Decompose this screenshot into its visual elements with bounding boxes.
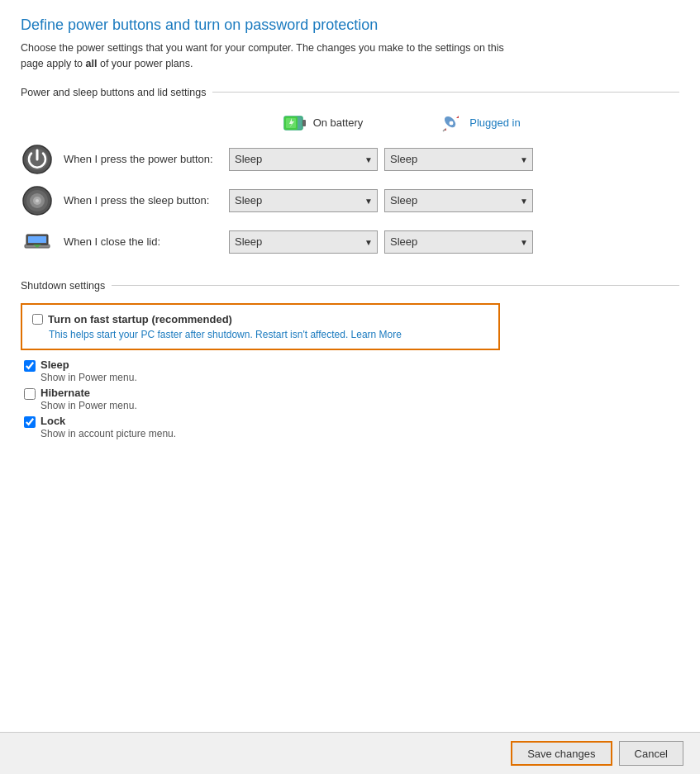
shutdown-section-header: Shutdown settings [21,280,679,292]
sleep-sub-label: Show in Power menu. [40,372,137,383]
battery-label: On battery [313,116,364,129]
hibernate-checkbox[interactable] [24,388,36,400]
battery-column-header: On battery [244,110,401,136]
plugged-column-header: Plugged in [401,110,558,136]
sleep-battery-dropdown[interactable]: Sleep Do nothing Hibernate Shut down Tur… [229,189,378,212]
fast-startup-desc-text: This helps start your PC faster after sh… [49,329,351,340]
page-title: Define power buttons and turn on passwor… [21,17,679,34]
shutdown-section: Shutdown settings Turn on fast startup (… [21,280,679,443]
lid-row: When I close the lid: Sleep Do nothing H… [21,226,679,259]
sleep-label-group: Sleep Show in Power menu. [40,359,137,383]
hibernate-checkbox-row: Hibernate Show in Power menu. [21,387,679,411]
sleep-plugged-dropdown[interactable]: Sleep Do nothing Hibernate Shut down Tur… [384,189,533,212]
page-description: Choose the power settings that you want … [21,40,679,72]
power-battery-dropdown-wrapper: Sleep Do nothing Hibernate Shut down Tur… [229,148,378,171]
sleep-button-row: When I press the sleep button: Sleep Do … [21,184,679,217]
plugged-label: Plugged in [469,116,520,129]
lock-checkbox-row: Lock Show in account picture menu. [21,415,679,439]
lock-label-group: Lock Show in account picture menu. [40,415,176,439]
shutdown-section-title: Shutdown settings [21,280,112,292]
buttons-lid-section-header: Power and sleep buttons and lid settings [21,87,679,98]
desc-text-3: of your power plans. [97,58,193,69]
power-plugged-dropdown-wrapper: Sleep Do nothing Hibernate Shut down Tur… [384,148,533,171]
lock-checkbox[interactable] [24,416,36,428]
svg-point-17 [36,199,39,202]
svg-marker-7 [456,116,459,118]
sleep-icon-svg [21,185,53,216]
sleep-battery-dropdown-wrapper: Sleep Do nothing Hibernate Shut down Tur… [229,189,378,212]
lock-checkbox-label[interactable]: Lock [40,415,176,427]
sleep-button-icon [21,184,54,217]
desc-text-2: page apply to [21,58,86,69]
cancel-button[interactable]: Cancel [619,741,683,766]
lid-icon [21,226,54,259]
lid-battery-dropdown-wrapper: Sleep Do nothing Hibernate Shut down Tur… [229,230,378,254]
power-button-row: When I press the power button: Sleep Do … [21,143,679,176]
shutdown-section-divider [112,285,679,286]
lid-dropdowns: Sleep Do nothing Hibernate Shut down Tur… [229,230,533,254]
bottom-spacer [21,443,679,492]
fast-startup-label-row: Turn on fast startup (recommended) [32,313,488,325]
power-battery-dropdown[interactable]: Sleep Do nothing Hibernate Shut down Tur… [229,148,378,171]
save-changes-button[interactable]: Save changes [511,741,612,766]
power-button-label: When I press the power button: [64,153,229,165]
lid-plugged-dropdown[interactable]: Sleep Do nothing Hibernate Shut down Tur… [384,230,533,254]
desc-all: all [86,58,98,69]
fast-startup-description: This helps start your PC faster after sh… [32,329,488,340]
hibernate-label-group: Hibernate Show in Power menu. [40,387,137,411]
sleep-button-dropdowns: Sleep Do nothing Hibernate Shut down Tur… [229,189,533,212]
lid-label: When I close the lid: [64,235,229,248]
fast-startup-checkbox[interactable] [32,314,43,325]
svg-rect-20 [28,236,46,243]
power-button-icon [21,143,54,176]
page-container: Define power buttons and turn on passwor… [0,0,700,774]
svg-rect-2 [302,120,306,126]
hibernate-checkbox-label[interactable]: Hibernate [40,387,137,399]
fast-startup-text[interactable]: Turn on fast startup (recommended) [48,313,232,325]
lid-icon-svg [21,226,53,258]
power-button-dropdowns: Sleep Do nothing Hibernate Shut down Tur… [229,148,533,171]
svg-point-8 [449,121,454,126]
lid-plugged-dropdown-wrapper: Sleep Do nothing Hibernate Shut down Tur… [384,230,533,254]
sleep-button-label: When I press the sleep button: [64,194,229,207]
sleep-plugged-dropdown-wrapper: Sleep Do nothing Hibernate Shut down Tur… [384,189,533,212]
sleep-checkbox[interactable] [24,360,36,372]
battery-icon [282,110,308,136]
section-divider [212,92,679,93]
column-headers: On battery Plugged in [244,110,679,136]
power-plugged-dropdown[interactable]: Sleep Do nothing Hibernate Shut down Tur… [384,148,533,171]
lock-sub-label: Show in account picture menu. [40,428,176,439]
sleep-checkbox-label[interactable]: Sleep [40,359,137,371]
fast-startup-box: Turn on fast startup (recommended) This … [21,303,500,350]
learn-more-link[interactable]: Learn More [351,329,402,340]
power-icon-svg [21,144,53,175]
bottom-bar: Save changes Cancel [0,732,700,774]
buttons-lid-section-title: Power and sleep buttons and lid settings [21,87,212,98]
hibernate-sub-label: Show in Power menu. [40,400,137,411]
desc-text-1: Choose the power settings that you want … [21,42,504,54]
plugged-in-icon [438,110,464,136]
sleep-checkbox-row: Sleep Show in Power menu. [21,359,679,383]
lid-battery-dropdown[interactable]: Sleep Do nothing Hibernate Shut down Tur… [229,230,378,254]
